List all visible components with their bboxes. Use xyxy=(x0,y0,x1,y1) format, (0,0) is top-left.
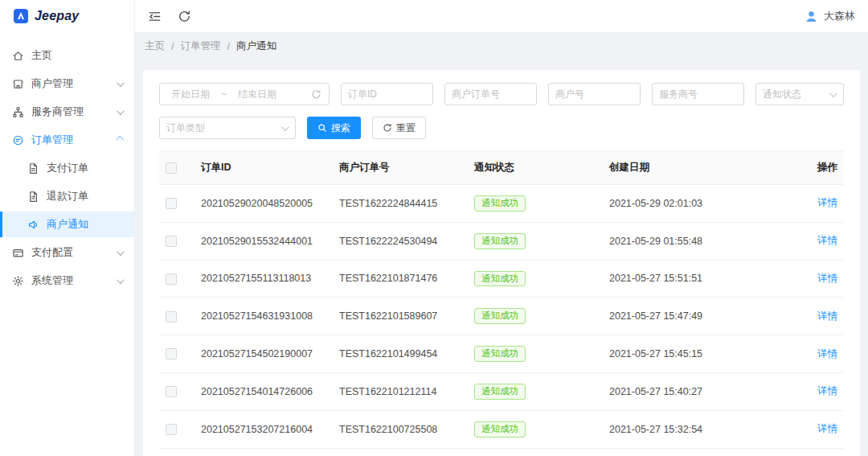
order-id-cell: 20210529020048520005 xyxy=(194,185,333,223)
detail-link[interactable]: 详情 xyxy=(817,310,837,322)
end-date-input[interactable] xyxy=(227,84,288,104)
created-date-cell: 2021-05-27 15:25:18 xyxy=(603,448,789,456)
sidebar-item-label: 商户管理 xyxy=(31,76,73,91)
range-refresh-icon[interactable] xyxy=(311,89,321,100)
chevron-down-icon xyxy=(117,79,125,87)
col-actions: 操作 xyxy=(789,151,844,185)
mch-order-no-cell: TEST1622100725508 xyxy=(333,410,468,448)
breadcrumb-current: 商户通知 xyxy=(236,39,276,53)
mch-order-no-input[interactable] xyxy=(444,83,537,105)
main-area: 大森林 主页 / 订单管理 / 商户通知 ~ xyxy=(135,0,868,456)
payment-order-file-icon xyxy=(27,162,39,175)
row-checkbox[interactable] xyxy=(166,424,177,435)
gear-icon xyxy=(12,275,24,287)
notify-state-select[interactable]: 通知状态 xyxy=(755,83,844,105)
sidebar-menu: 主页 商户管理 服务商管理 订单管理 支付订单 xyxy=(0,32,134,456)
table-row: 20210527154014726006 TEST1622101212114 通… xyxy=(159,372,844,410)
notify-state-badge: 通知成功 xyxy=(474,233,526,249)
sidebar-item-label: 系统管理 xyxy=(31,273,73,288)
chevron-up-icon xyxy=(116,135,124,143)
start-date-input[interactable] xyxy=(160,84,221,104)
row-checkbox[interactable] xyxy=(166,273,177,285)
jeepay-logo-icon xyxy=(13,8,29,24)
detail-link[interactable]: 详情 xyxy=(817,197,837,208)
chevron-down-icon xyxy=(117,276,125,284)
filter-row-2: 订单类型 搜索 重置 xyxy=(159,117,844,139)
reset-button-label: 重置 xyxy=(396,121,416,135)
reload-icon[interactable] xyxy=(178,10,191,23)
notify-state-badge: 通知成功 xyxy=(474,346,526,362)
sidebar-item-merchant-mgmt[interactable]: 商户管理 xyxy=(0,71,134,97)
detail-link[interactable]: 详情 xyxy=(817,385,837,396)
detail-link[interactable]: 详情 xyxy=(817,273,837,284)
content-card: ~ 通知状态 订单类型 xyxy=(143,70,860,456)
topbar: 大森林 xyxy=(135,0,868,32)
table-row: 20210529015532444001 TEST1622224530494 通… xyxy=(159,222,844,260)
order-icon xyxy=(12,134,24,146)
cluster-icon xyxy=(12,106,24,118)
col-created-date: 创建日期 xyxy=(603,151,789,185)
notify-state-badge: 通知成功 xyxy=(474,421,526,438)
table-row: 20210527154631931008 TEST1622101589607 通… xyxy=(159,298,844,335)
table-row: 20210527153207216004 TEST1622100725508 通… xyxy=(159,410,844,448)
sidebar-item-refund-orders[interactable]: 退款订单 xyxy=(0,183,134,209)
row-checkbox[interactable] xyxy=(166,198,177,209)
breadcrumb-order-mgmt[interactable]: 订单管理 xyxy=(180,39,220,53)
chevron-down-icon xyxy=(117,107,125,115)
order-type-placeholder: 订单类型 xyxy=(166,121,205,135)
user-menu[interactable]: 大森林 xyxy=(805,9,855,23)
order-type-select[interactable]: 订单类型 xyxy=(159,117,296,139)
sidebar-item-merchant-notify[interactable]: 商户通知 xyxy=(0,212,134,237)
row-checkbox[interactable] xyxy=(166,348,177,359)
order-id-cell: 20210527154014726006 xyxy=(194,372,333,410)
col-mch-order-no: 商户订单号 xyxy=(333,151,468,185)
sidebar-item-system-mgmt[interactable]: 系统管理 xyxy=(0,268,134,294)
mch-order-no-cell: TEST1622224844415 xyxy=(333,185,468,223)
search-icon xyxy=(317,123,327,133)
sidebar-item-label: 商户通知 xyxy=(47,217,88,232)
detail-link[interactable]: 详情 xyxy=(817,423,837,434)
isv-no-input[interactable] xyxy=(652,83,744,105)
mch-order-no-cell: TEST1622224530494 xyxy=(333,222,468,260)
reset-button[interactable]: 重置 xyxy=(372,117,426,139)
refund-order-file-icon xyxy=(27,191,39,203)
table-row: 20210527154502190007 TEST1622101499454 通… xyxy=(159,335,844,373)
mch-order-no-cell: TEST1622100268222 xyxy=(333,448,468,456)
user-avatar-icon xyxy=(805,10,818,23)
mch-no-input[interactable] xyxy=(548,83,641,105)
chevron-down-icon xyxy=(281,123,289,131)
select-all-checkbox[interactable] xyxy=(166,162,177,174)
menu-fold-icon[interactable] xyxy=(148,10,162,23)
sidebar-item-home[interactable]: 主页 xyxy=(0,43,134,68)
sidebar-item-isv-mgmt[interactable]: 服务商管理 xyxy=(0,99,134,125)
date-range-picker[interactable]: ~ xyxy=(159,83,330,105)
app-root: Jeepay 主页 商户管理 服务商管理 订单管理 xyxy=(0,0,868,456)
detail-link[interactable]: 详情 xyxy=(817,235,837,246)
logo[interactable]: Jeepay xyxy=(0,0,134,32)
search-button-label: 搜索 xyxy=(331,121,350,135)
breadcrumb-home[interactable]: 主页 xyxy=(145,39,165,53)
table-header-row: 订单ID 商户订单号 通知状态 创建日期 操作 xyxy=(159,151,844,185)
orders-table: 订单ID 商户订单号 通知状态 创建日期 操作 2021052902004852… xyxy=(159,150,844,456)
sidebar-item-label: 主页 xyxy=(31,48,52,63)
row-checkbox[interactable] xyxy=(166,236,177,247)
table-row: 20210529020048520005 TEST1622224844415 通… xyxy=(159,185,844,223)
order-id-input[interactable] xyxy=(341,83,433,105)
notify-state-badge: 通知成功 xyxy=(474,384,526,400)
search-button[interactable]: 搜索 xyxy=(307,117,361,139)
order-id-cell: 20210529015532444001 xyxy=(194,222,333,260)
created-date-cell: 2021-05-29 02:01:03 xyxy=(603,185,789,223)
row-checkbox[interactable] xyxy=(166,386,177,397)
breadcrumb-separator: / xyxy=(227,41,229,52)
detail-link[interactable]: 详情 xyxy=(817,348,837,359)
content: 主页 / 订单管理 / 商户通知 ~ xyxy=(135,32,868,456)
refresh-icon xyxy=(383,123,392,133)
notify-state-badge: 通知成功 xyxy=(474,271,526,287)
row-checkbox[interactable] xyxy=(166,311,177,322)
sidebar-item-order-mgmt[interactable]: 订单管理 xyxy=(0,127,134,153)
logo-text: Jeepay xyxy=(35,9,79,23)
order-id-cell: 20210527154631931008 xyxy=(194,298,333,335)
sidebar-item-pay-config[interactable]: 支付配置 xyxy=(0,240,134,265)
sidebar-item-pay-orders[interactable]: 支付订单 xyxy=(0,155,134,181)
range-separator: ~ xyxy=(221,88,227,100)
